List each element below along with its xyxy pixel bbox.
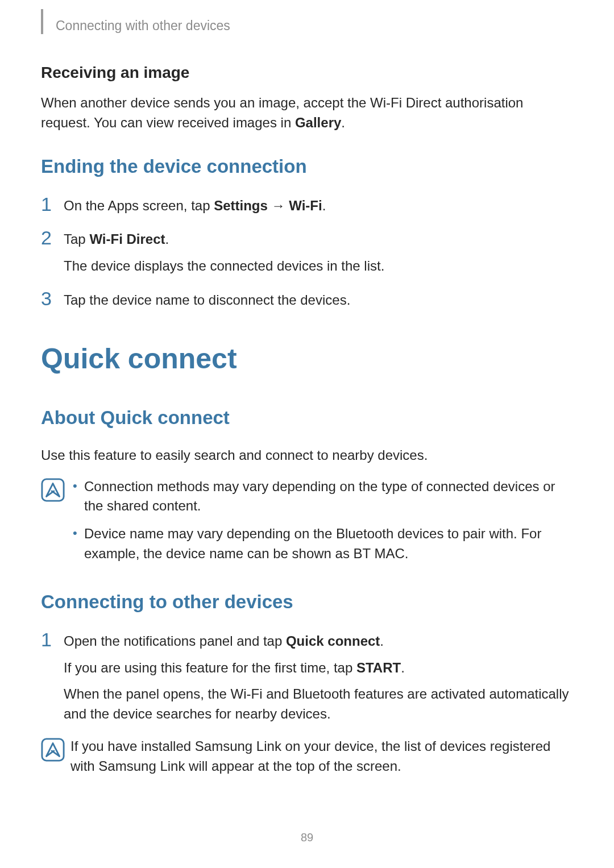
- heading-receiving-image: Receiving an image: [41, 64, 573, 82]
- step-number: 1: [41, 630, 64, 724]
- steps-ending-connection: 1 On the Apps screen, tap Settings → Wi-…: [41, 194, 573, 310]
- step-1: 1 On the Apps screen, tap Settings → Wi-…: [41, 194, 573, 216]
- page-number: 89: [0, 831, 614, 844]
- step-2: 2 Tap Wi-Fi Direct. The device displays …: [41, 228, 573, 276]
- step-1: 1 Open the notifications panel and tap Q…: [41, 630, 573, 724]
- note-item: Connection methods may vary depending on…: [70, 477, 573, 517]
- heading-ending-connection: Ending the device connection: [41, 156, 573, 177]
- steps-connecting: 1 Open the notifications panel and tap Q…: [41, 630, 573, 724]
- step-content: Tap Wi-Fi Direct. The device displays th…: [64, 228, 384, 276]
- breadcrumb-divider: [41, 9, 43, 34]
- heading-connecting-other-devices: Connecting to other devices: [41, 591, 573, 613]
- svg-rect-0: [42, 479, 64, 500]
- step-content: Tap the device name to disconnect the de…: [64, 289, 350, 310]
- note-item: Device name may vary depending on the Bl…: [70, 524, 573, 564]
- step-3: 3 Tap the device name to disconnect the …: [41, 289, 573, 310]
- para-receiving-image: When another device sends you an image, …: [41, 93, 573, 133]
- note-icon: [41, 477, 70, 572]
- step-content: On the Apps screen, tap Settings → Wi-Fi…: [64, 194, 326, 216]
- note-body: Connection methods may vary depending on…: [70, 477, 573, 572]
- step-number: 1: [41, 194, 64, 216]
- breadcrumb-text: Connecting with other devices: [56, 18, 230, 34]
- note-samsung-link: If you have installed Samsung Link on yo…: [41, 737, 573, 776]
- step-number: 3: [41, 289, 64, 310]
- note-about-quick-connect: Connection methods may vary depending on…: [41, 477, 573, 572]
- step-number: 2: [41, 228, 64, 276]
- note-body: If you have installed Samsung Link on yo…: [70, 737, 573, 776]
- heading-quick-connect: Quick connect: [41, 342, 573, 375]
- svg-rect-1: [42, 739, 64, 761]
- para-about-quick-connect: Use this feature to easily search and co…: [41, 446, 573, 466]
- note-icon: [41, 737, 70, 776]
- heading-about-quick-connect: About Quick connect: [41, 407, 573, 429]
- breadcrumb: Connecting with other devices: [41, 17, 573, 34]
- step-content: Open the notifications panel and tap Qui…: [64, 630, 573, 724]
